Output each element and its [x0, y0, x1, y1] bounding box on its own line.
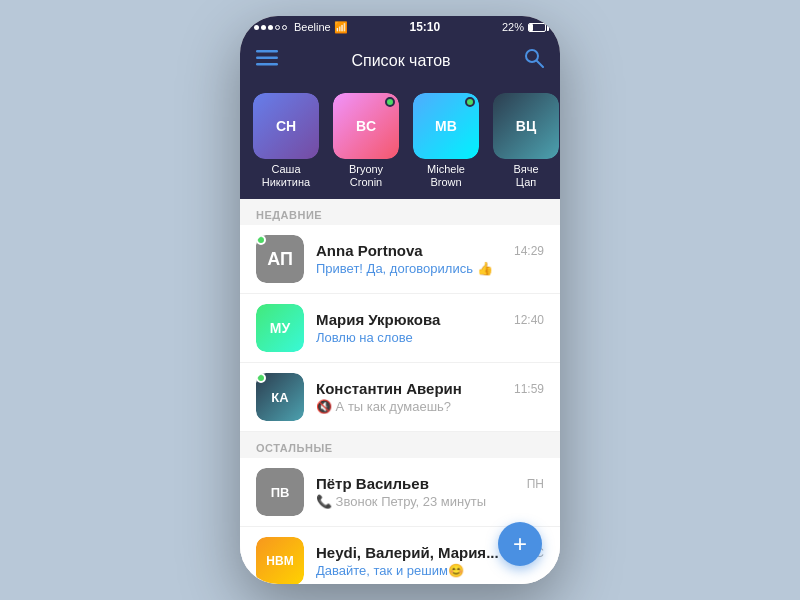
chat-avatar-1: АП	[256, 235, 304, 283]
chat-preview: 📞 Звонок Петру, 23 минуты	[316, 494, 544, 509]
svg-rect-1	[256, 57, 278, 60]
chat-name: Константин Аверин	[316, 380, 462, 397]
status-time: 15:10	[409, 20, 440, 34]
chat-item[interactable]: АП Anna Portnova 14:29 Привет! Да, догов…	[240, 225, 560, 294]
chat-preview: Ловлю на слове	[316, 330, 544, 345]
chat-item[interactable]: ПВ Пётр Васильев ПН 📞 Звонок Петру, 23 м…	[240, 458, 560, 527]
search-icon[interactable]	[524, 48, 544, 73]
story-avatar-3: MB	[413, 93, 479, 159]
status-left: Beeline 📶	[254, 21, 348, 34]
section-header-others: ОСТАЛЬНЫЕ	[240, 432, 560, 458]
story-item[interactable]: MB MicheleBrown	[410, 93, 482, 189]
chat-avatar-3: КА	[256, 373, 304, 421]
nav-bar: Список чатов	[240, 38, 560, 83]
story-name-2: BryonyCronin	[349, 163, 383, 189]
section-header-recent: НЕДАВНИЕ	[240, 199, 560, 225]
chat-header-row: Anna Portnova 14:29	[316, 242, 544, 259]
svg-line-4	[537, 61, 543, 67]
online-indicator	[385, 97, 395, 107]
stories-section: СН СашаНикитина BC BryonyCronin MB Miche…	[240, 83, 560, 199]
fab-button[interactable]: +	[498, 522, 542, 566]
wifi-icon: 📶	[334, 21, 348, 34]
chat-name: Anna Portnova	[316, 242, 423, 259]
status-right: 22%	[502, 21, 546, 33]
chat-preview: Давайте, так и решим😊	[316, 563, 544, 578]
story-name-4: ВячеЦап	[513, 163, 538, 189]
chat-name: Пётр Васильев	[316, 475, 429, 492]
status-bar: Beeline 📶 15:10 22%	[240, 16, 560, 38]
chat-header-row: Константин Аверин 11:59	[316, 380, 544, 397]
phone-container: Beeline 📶 15:10 22% Список чатов	[240, 16, 560, 584]
chat-time: 14:29	[514, 244, 544, 258]
story-item[interactable]: ВЦ ВячеЦап	[490, 93, 560, 189]
chat-header-row: Мария Укрюкова 12:40	[316, 311, 544, 328]
main-content: СН СашаНикитина BC BryonyCronin MB Miche…	[240, 83, 560, 584]
svg-point-3	[526, 50, 538, 62]
chat-info-2: Мария Укрюкова 12:40 Ловлю на слове	[316, 311, 544, 345]
story-avatar-1: СН	[253, 93, 319, 159]
chat-avatar-5: HВМ	[256, 537, 304, 584]
chat-item[interactable]: КА Константин Аверин 11:59 🔇 А ты как ду…	[240, 363, 560, 432]
story-name-1: СашаНикитина	[262, 163, 310, 189]
signal-dots	[254, 25, 287, 30]
battery-percent: 22%	[502, 21, 524, 33]
chat-preview: 🔇 А ты как думаешь?	[316, 399, 544, 414]
nav-title: Список чатов	[351, 52, 450, 70]
chat-time: 11:59	[514, 382, 544, 396]
chat-avatar-4: ПВ	[256, 468, 304, 516]
online-indicator	[465, 97, 475, 107]
story-avatar-2: BC	[333, 93, 399, 159]
story-item[interactable]: BC BryonyCronin	[330, 93, 402, 189]
carrier-label: Beeline	[294, 21, 331, 33]
chat-time: 12:40	[514, 313, 544, 327]
chat-time: ПН	[527, 477, 544, 491]
chat-avatar-2: МУ	[256, 304, 304, 352]
chat-preview: Привет! Да, договорились 👍	[316, 261, 544, 276]
chat-name: Heydi, Валерий, Мария...	[316, 544, 499, 561]
chat-info-1: Anna Portnova 14:29 Привет! Да, договори…	[316, 242, 544, 276]
svg-rect-2	[256, 63, 278, 66]
chat-name: Мария Укрюкова	[316, 311, 440, 328]
chat-info-3: Константин Аверин 11:59 🔇 А ты как думае…	[316, 380, 544, 414]
chat-item[interactable]: МУ Мария Укрюкова 12:40 Ловлю на слове	[240, 294, 560, 363]
chat-info-4: Пётр Васильев ПН 📞 Звонок Петру, 23 мину…	[316, 475, 544, 509]
svg-rect-0	[256, 50, 278, 53]
story-name-3: MicheleBrown	[427, 163, 465, 189]
menu-icon[interactable]	[256, 50, 278, 71]
chat-header-row: Пётр Васильев ПН	[316, 475, 544, 492]
story-avatar-4: ВЦ	[493, 93, 559, 159]
battery-icon	[528, 23, 546, 32]
story-item[interactable]: СН СашаНикитина	[250, 93, 322, 189]
